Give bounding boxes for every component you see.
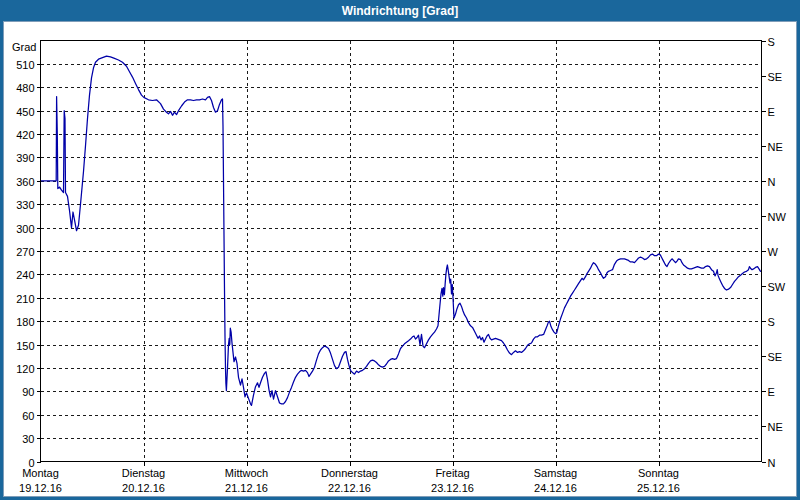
day-name-label: Freitag bbox=[435, 467, 469, 479]
day-date-label: 21.12.16 bbox=[225, 482, 268, 494]
day-date-label: 25.12.16 bbox=[637, 482, 680, 494]
y-tick-label: 270 bbox=[16, 246, 34, 258]
y-tick-label: 180 bbox=[16, 316, 34, 328]
compass-label: SW bbox=[768, 281, 786, 293]
wind-direction-line bbox=[41, 56, 761, 405]
compass-label: S bbox=[768, 36, 775, 48]
y-tick-label: 360 bbox=[16, 176, 34, 188]
day-name-label: Donnerstag bbox=[321, 467, 378, 479]
day-date-label: 22.12.16 bbox=[328, 482, 371, 494]
compass-label: N bbox=[768, 176, 776, 188]
compass-label: S bbox=[768, 316, 775, 328]
y-axis-unit-label: Grad bbox=[12, 41, 36, 53]
compass-label: SE bbox=[768, 71, 783, 83]
compass-label: NE bbox=[768, 141, 783, 153]
y-tick-label: 480 bbox=[16, 82, 34, 94]
day-name-label: Montag bbox=[22, 467, 59, 479]
y-tick-label: 450 bbox=[16, 106, 34, 118]
y-tick-label: 150 bbox=[16, 340, 34, 352]
compass-label: W bbox=[768, 246, 779, 258]
compass-label: E bbox=[768, 386, 775, 398]
day-name-label: Sonntag bbox=[638, 467, 679, 479]
y-tick-label: 210 bbox=[16, 293, 34, 305]
chart-panel: 0306090120150180210240270300330360390420… bbox=[3, 21, 797, 497]
y-tick-label: 300 bbox=[16, 223, 34, 235]
compass-label: N bbox=[768, 457, 776, 469]
compass-label: NE bbox=[768, 421, 783, 433]
window-title: Windrichtung [Grad] bbox=[342, 4, 459, 18]
wind-direction-chart: 0306090120150180210240270300330360390420… bbox=[4, 22, 796, 496]
day-date-label: 23.12.16 bbox=[431, 482, 474, 494]
y-tick-label: 240 bbox=[16, 269, 34, 281]
day-name-label: Samstag bbox=[534, 467, 577, 479]
y-tick-label: 330 bbox=[16, 199, 34, 211]
day-name-label: Dienstag bbox=[122, 467, 165, 479]
y-tick-label: 90 bbox=[22, 386, 34, 398]
app-window: Windrichtung [Grad] 03060901201501802102… bbox=[0, 0, 800, 500]
y-tick-label: 120 bbox=[16, 363, 34, 375]
y-tick-label: 510 bbox=[16, 59, 34, 71]
day-date-label: 19.12.16 bbox=[19, 482, 62, 494]
y-tick-label: 60 bbox=[22, 410, 34, 422]
compass-label: NW bbox=[768, 211, 787, 223]
day-date-label: 20.12.16 bbox=[122, 482, 165, 494]
compass-label: E bbox=[768, 106, 775, 118]
y-tick-label: 390 bbox=[16, 152, 34, 164]
compass-label: SE bbox=[768, 351, 783, 363]
title-bar: Windrichtung [Grad] bbox=[0, 0, 800, 21]
day-name-label: Mittwoch bbox=[225, 467, 268, 479]
y-tick-label: 420 bbox=[16, 129, 34, 141]
day-date-label: 24.12.16 bbox=[534, 482, 577, 494]
y-tick-label: 30 bbox=[22, 433, 34, 445]
